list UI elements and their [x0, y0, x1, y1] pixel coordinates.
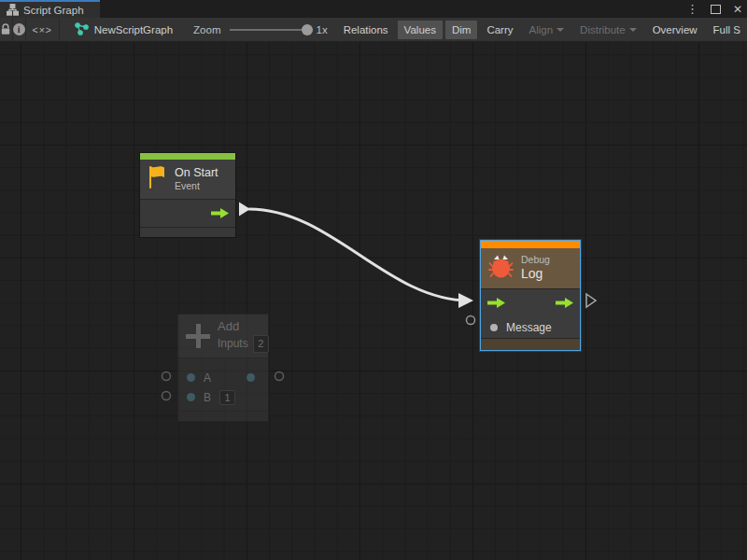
- node-title: Add: [218, 319, 269, 335]
- add-node-footer: [178, 411, 268, 421]
- tab-script-graph[interactable]: Script Graph: [0, 0, 100, 18]
- toolbar-buttons: Relations Values Dim Carry Align Distrib…: [337, 21, 747, 39]
- bug-icon: [488, 254, 514, 283]
- wire-arrowhead: [458, 293, 473, 308]
- on-start-header: On Start Event: [140, 160, 235, 200]
- edit-source-button[interactable]: [26, 18, 60, 41]
- debug-log-trigger-row: [481, 289, 580, 316]
- on-start-port-row: [140, 200, 235, 227]
- port-a-dot[interactable]: [187, 373, 195, 382]
- message-input-port-circle[interactable]: [467, 316, 475, 325]
- dim-button[interactable]: Dim: [445, 21, 477, 39]
- node-title: On Start: [175, 166, 218, 181]
- lock-button[interactable]: [0, 18, 13, 41]
- graph-toolbar: NewScriptGraph Zoom 1x Relations Values …: [0, 18, 747, 42]
- values-button[interactable]: Values: [398, 21, 443, 39]
- debug-log-header: Debug Log: [481, 248, 580, 289]
- debug-log-message-row: Message: [481, 316, 580, 338]
- wire-onstart-to-log[interactable]: [249, 209, 469, 301]
- code-icon: [33, 24, 52, 35]
- lock-icon: [0, 23, 11, 35]
- add-node-ports: A B 1: [178, 358, 268, 411]
- plus-icon: [186, 324, 210, 348]
- node-debug-log[interactable]: Debug Log Message: [480, 240, 581, 351]
- info-icon: [13, 23, 25, 35]
- port-row-a: A: [178, 368, 268, 387]
- overview-button[interactable]: Overview: [646, 21, 704, 39]
- add-node-header: Add Inputs 2: [178, 315, 268, 358]
- ghost-output-outer-circle[interactable]: [275, 372, 284, 381]
- info-button[interactable]: [13, 18, 26, 41]
- inputs-count-field[interactable]: 2: [253, 335, 269, 352]
- maximize-icon[interactable]: [711, 5, 721, 14]
- align-dropdown[interactable]: Align: [523, 21, 571, 39]
- node-add-ghost[interactable]: Add Inputs 2 A B 1: [177, 314, 269, 422]
- port-a-label: A: [204, 371, 211, 385]
- relations-button[interactable]: Relations: [337, 21, 395, 39]
- debug-accent-strip: [481, 241, 580, 248]
- sum-output-dot[interactable]: [247, 373, 255, 382]
- graph-name-label: NewScriptGraph: [94, 24, 173, 35]
- distribute-label: Distribute: [580, 24, 626, 35]
- debug-log-footer: [481, 338, 580, 350]
- connections-layer: [0, 42, 747, 560]
- ghost-port-b-outer-circle[interactable]: [162, 392, 171, 400]
- node-on-start[interactable]: On Start Event: [139, 152, 236, 238]
- port-row-b: B 1: [178, 387, 268, 407]
- carry-button[interactable]: Carry: [480, 21, 519, 39]
- message-port-dot[interactable]: [490, 324, 498, 331]
- titlebar: Script Graph ⋮ ✕: [0, 0, 747, 18]
- zoom-value: 1x: [317, 24, 328, 35]
- port-b-dot[interactable]: [187, 393, 195, 401]
- chevron-down-icon: [629, 28, 637, 32]
- graph-canvas[interactable]: On Start Event: [0, 42, 747, 560]
- tab-title: Script Graph: [23, 5, 84, 16]
- trigger-output-arrow-icon[interactable]: [211, 207, 229, 219]
- wire-source-triangle: [239, 203, 250, 217]
- distribute-dropdown[interactable]: Distribute: [573, 21, 643, 39]
- unity-visual-scripting-window: { "window": { "tab_title": "Script Graph…: [0, 0, 747, 560]
- trigger-input-arrow-icon[interactable]: [487, 297, 505, 309]
- node-subtitle: Inputs: [218, 337, 248, 352]
- on-start-footer: [140, 227, 235, 237]
- port-b-label: B: [204, 391, 211, 404]
- zoom-label: Zoom: [193, 24, 220, 35]
- zoom-control: Zoom 1x: [193, 24, 328, 35]
- log-output-trigger-port[interactable]: [586, 294, 596, 307]
- zoom-slider-handle[interactable]: [302, 24, 313, 35]
- node-title: Log: [521, 266, 550, 283]
- fullscreen-button[interactable]: Full S: [707, 21, 747, 39]
- flag-icon: [148, 165, 167, 193]
- zoom-slider[interactable]: [230, 29, 308, 31]
- window-controls: ⋮ ✕: [686, 0, 742, 18]
- port-b-value-field[interactable]: 1: [219, 390, 235, 405]
- window-menu-icon[interactable]: ⋮: [686, 3, 698, 15]
- node-category: Debug: [521, 254, 550, 266]
- graph-asset-icon: [75, 22, 89, 37]
- node-subtitle: Event: [175, 180, 218, 192]
- trigger-output-arrow-icon[interactable]: [556, 297, 573, 309]
- script-graph-icon: [7, 4, 19, 16]
- graph-name-chip[interactable]: NewScriptGraph: [75, 22, 173, 37]
- ghost-port-a-outer-circle[interactable]: [162, 372, 171, 381]
- event-accent-strip: [140, 153, 235, 160]
- chevron-down-icon: [557, 28, 564, 32]
- align-label: Align: [529, 24, 554, 35]
- message-port-label: Message: [506, 321, 552, 334]
- close-icon[interactable]: ✕: [733, 4, 742, 15]
